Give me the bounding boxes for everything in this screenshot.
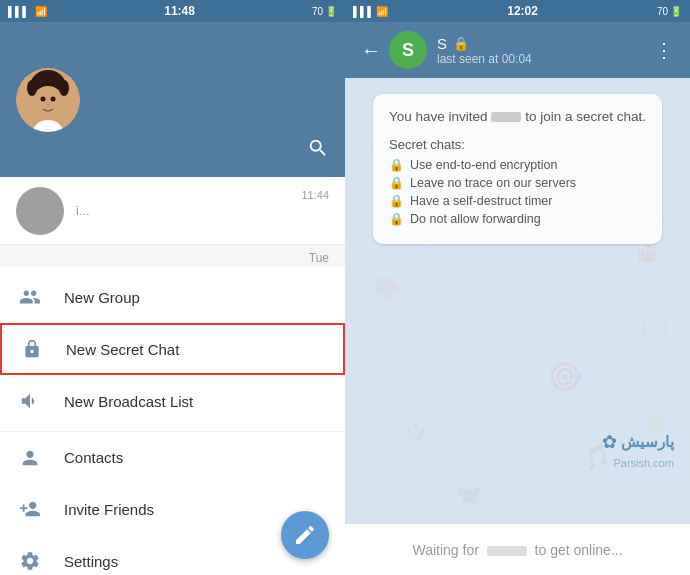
new-group-icon — [16, 283, 44, 311]
lock-icon-4: 🔒 — [389, 212, 404, 226]
svg-text:🎨: 🎨 — [371, 272, 403, 303]
new-group-label: New Group — [64, 289, 140, 306]
broadcast-label: New Broadcast List — [64, 393, 193, 410]
left-header — [0, 22, 345, 177]
svg-point-7 — [59, 80, 69, 96]
svg-text:🌟: 🌟 — [645, 411, 668, 433]
settings-icon — [16, 547, 44, 575]
svg-point-3 — [41, 97, 46, 102]
chat-time: 11:44 — [301, 189, 329, 201]
contact-name-row: S 🔒 — [437, 35, 646, 52]
settings-label: Settings — [64, 553, 118, 570]
bubble-item-1: 🔒 Use end-to-end encryption — [389, 158, 646, 172]
battery-left: 70 🔋 — [312, 6, 337, 17]
new-secret-chat-label: New Secret Chat — [66, 341, 179, 358]
search-button[interactable] — [307, 137, 329, 164]
bubble-item-3: 🔒 Have a self-destruct timer — [389, 194, 646, 208]
bubble-item-2: 🔒 Leave no trace on our servers — [389, 176, 646, 190]
battery-right: 70 🔋 — [657, 6, 682, 17]
contact-info: S 🔒 last seen at 00:04 — [437, 35, 646, 66]
compose-fab[interactable] — [281, 511, 329, 559]
contact-name: S — [437, 35, 447, 52]
status-bar-right: ▌▌▌ 📶 12:02 70 🔋 — [345, 0, 690, 22]
lock-icon-3: 🔒 — [389, 194, 404, 208]
contact-status: last seen at 00:04 — [437, 52, 646, 66]
status-bar-left: ▌▌▌ 📶 11:48 70 🔋 — [0, 0, 345, 22]
parsish-url: Parsish.com — [613, 457, 674, 469]
more-options-button[interactable]: ⋮ — [646, 30, 682, 70]
menu-item-contacts[interactable]: Contacts — [0, 431, 345, 483]
menu-item-new-broadcast[interactable]: New Broadcast List — [0, 375, 345, 427]
secret-chat-info-bubble: You have invited to join a secret chat. … — [373, 94, 662, 244]
chat-header: ← S S 🔒 last seen at 00:04 ⋮ — [345, 22, 690, 78]
lock-icon-2: 🔒 — [389, 176, 404, 190]
time-left: 11:48 — [164, 4, 195, 18]
parsish-watermark: ✿ پارسیش Parsish.com — [602, 431, 674, 471]
parsish-brand: پارسیش — [621, 433, 674, 451]
menu-item-new-group[interactable]: New Group — [0, 271, 345, 323]
menu-item-new-secret-chat[interactable]: New Secret Chat — [0, 323, 345, 375]
chat-lock-icon: 🔒 — [453, 36, 469, 51]
chat-avatar — [16, 187, 64, 235]
contacts-label: Contacts — [64, 449, 123, 466]
profile-avatar[interactable] — [16, 68, 80, 132]
chat-input-bar: Waiting for to get online... — [345, 523, 690, 575]
svg-point-2 — [32, 86, 64, 118]
bubble-subtitle: Secret chats: — [389, 137, 646, 152]
invite-label: Invite Friends — [64, 501, 154, 518]
lock-icon-1: 🔒 — [389, 158, 404, 172]
right-panel: ▌▌▌ 📶 12:02 70 🔋 ← S S 🔒 last seen at 00… — [345, 0, 690, 575]
svg-point-6 — [27, 80, 37, 96]
invite-icon — [16, 495, 44, 523]
time-right: 12:02 — [507, 4, 538, 18]
chat-info: i... — [76, 203, 329, 218]
signal-left: ▌▌▌ 📶 — [8, 5, 47, 17]
svg-point-19 — [643, 316, 667, 340]
contact-avatar: S — [389, 31, 427, 69]
svg-text:🎲: 🎲 — [405, 421, 428, 443]
chat-list-item[interactable]: i... 11:44 — [0, 177, 345, 245]
signal-right: ▌▌▌ 📶 — [353, 6, 388, 17]
profile-avatar-container — [16, 68, 329, 132]
svg-text:🎯: 🎯 — [542, 354, 588, 399]
waiting-text: Waiting for to get online... — [361, 542, 674, 558]
back-button[interactable]: ← — [353, 31, 389, 70]
bubble-title: You have invited to join a secret chat. — [389, 108, 646, 127]
broadcast-icon — [16, 387, 44, 415]
contacts-icon — [16, 444, 44, 472]
svg-text:🦋: 🦋 — [454, 479, 483, 507]
secret-chat-icon — [18, 335, 46, 363]
chat-preview: i... — [76, 203, 329, 218]
svg-point-5 — [46, 103, 50, 106]
svg-point-4 — [51, 97, 56, 102]
left-panel: ▌▌▌ 📶 11:48 70 🔋 — [0, 0, 345, 575]
chat-background: 🎈 🎭 🎪 🎨 🎯 🎲 🎵 🦋 🌟 You have — [345, 78, 690, 523]
day-label: Tue — [0, 245, 345, 267]
parsish-logo: ✿ پارسیش Parsish.com — [602, 431, 674, 471]
bubble-item-4: 🔒 Do not allow forwarding — [389, 212, 646, 226]
